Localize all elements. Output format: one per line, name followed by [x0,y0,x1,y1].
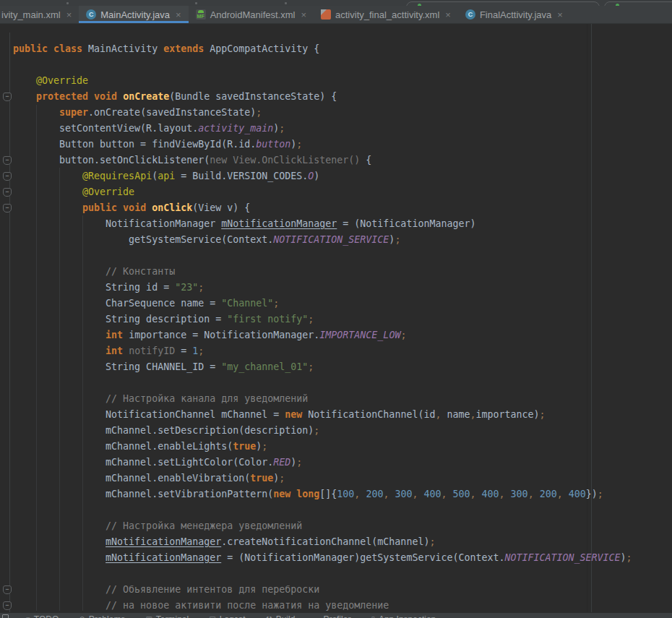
code-token: int [105,330,129,340]
code-line[interactable]: CharSequence name = "Channel"; [13,296,672,312]
code-token: true [233,441,256,452]
code-token: super [59,107,88,118]
tool-window-button-app-inspection[interactable]: ▯App Inspection [371,614,436,618]
code-token: ; [308,314,314,325]
close-icon[interactable]: × [557,9,563,20]
fold-marker[interactable]: − [3,585,12,594]
code-line[interactable]: mChannel.enableLights(true); [13,439,672,455]
code-line[interactable] [13,57,672,73]
toolbar-tick [66,2,69,4]
code-line[interactable]: // Обьявление интентов для переброски [13,582,672,598]
code-line[interactable]: String description = "first notify"; [13,312,672,327]
code-token [13,171,82,181]
code-line[interactable] [13,375,672,391]
code-token [13,330,105,340]
code-token: @Override [82,186,134,197]
tab-mainactivity-java[interactable]: CMainActivity.java× [79,6,188,23]
code-line[interactable]: @Override [13,184,672,200]
code-token: , [528,489,540,499]
tab-activity-final-acttivity-xml[interactable]: activity_final_acttivity.xml× [314,6,458,23]
code-token: notifyID [129,346,181,356]
code-token: { [366,155,371,166]
fold-marker[interactable]: − [3,204,12,213]
code-token [13,552,105,563]
profiler-icon: ◔ [315,614,319,618]
code-line[interactable]: int importance = NotificationManager.IMP… [13,327,672,343]
tool-window-label: Profiler [323,614,350,618]
code-line[interactable]: protected void onCreate(Bundle savedInst… [13,89,672,105]
code-line[interactable]: mChannel.setVibrationPattern(new long[]{… [13,486,672,502]
tool-window-button-build[interactable]: ⚒Build [266,614,296,618]
code-token: public class [13,43,88,54]
code-line[interactable] [13,502,672,518]
code-line[interactable]: mChannel.setLightColor(Color.RED); [13,455,672,471]
fold-marker[interactable]: − [3,188,12,197]
tool-window-button-problems[interactable]: ⊘Problems [79,614,125,618]
code-line[interactable]: getSystemService(Context.NOTIFICATION_SE… [13,232,672,248]
code-line[interactable]: int notifyID = 1; [13,343,672,359]
close-icon[interactable]: × [176,9,181,20]
code-line[interactable]: super.onCreate(savedInstanceState); [13,105,672,121]
tab-androidmanifest-xml[interactable]: AndroidManifest.xml× [189,6,314,23]
code-line[interactable] [13,248,672,264]
code-token: importance = NotificationManager. [129,330,319,340]
layout-xml-icon [321,9,331,20]
close-icon[interactable]: × [445,9,451,20]
code-area[interactable]: public class MainActivity extends AppCom… [13,41,672,612]
fold-marker[interactable]: − [3,172,12,181]
code-token: new long [273,489,319,499]
tab-label: activity_final_acttivity.xml [335,9,439,20]
tool-window-button-logcat[interactable]: ▤Logcat [209,614,245,618]
toolbar-tick [195,2,197,4]
code-line[interactable]: String CHANNEL_ID = "my_channel_01"; [13,359,672,375]
close-icon[interactable]: × [301,9,306,20]
code-line[interactable]: mNotificationManager = (NotificationMana… [13,550,672,566]
code-token: ) [621,552,626,563]
fold-marker[interactable]: − [3,93,12,101]
code-line[interactable]: // Константы [13,264,672,280]
code-line[interactable]: button.setOnClickListener(new View.OnCli… [13,153,672,168]
code-token: onCreate [123,91,169,102]
code-token: = Build.VERSION_CODES. [175,171,308,181]
tab-ivity-main-xml[interactable]: ivity_main.xml× [0,6,79,23]
code-token: ; [198,282,204,293]
code-line[interactable]: @RequiresApi(api = Build.VERSION_CODES.O… [13,168,672,184]
code-line[interactable]: setContentView(R.layout.activity_main); [13,121,672,137]
toolbar-tick [285,2,287,4]
code-token: int [105,346,129,356]
code-line[interactable]: mChannel.enableVibration(true); [13,471,672,486]
code-token: AppCompatActivity { [210,43,319,54]
tool-window-button-profiler[interactable]: ◔Profiler [315,614,350,618]
tool-window-button-todo[interactable]: ≡TODO [26,614,59,618]
code-token: button.setOnClickListener( [13,155,210,166]
close-icon[interactable]: × [66,9,72,20]
code-line[interactable]: mNotificationManager.createNotificationC… [13,534,672,550]
code-line[interactable]: public class MainActivity extends AppCom… [13,41,672,57]
code-token [13,186,82,197]
fold-marker[interactable]: − [3,601,12,610]
code-line[interactable]: // Настройка менеджера уведомлений [13,518,672,534]
code-line[interactable]: mChannel.setDescription(description); [13,423,672,439]
code-line[interactable]: public void onClick(View v) { [13,200,672,216]
code-token: , [412,489,423,499]
code-line[interactable]: String id = "23"; [13,280,672,296]
tool-windows-icon[interactable] [2,614,9,618]
code-line[interactable]: @Override [13,73,672,89]
code-line[interactable]: NotificationManager mNotificationManager… [13,216,672,232]
code-line[interactable]: // на новое активити после нажатия на ув… [13,598,672,612]
code-token: ; [198,346,204,356]
code-line[interactable]: NotificationChannel mChannel = new Notif… [13,407,672,423]
code-line[interactable]: Button button = findViewById(R.id.button… [13,137,672,153]
code-token: , [383,489,395,499]
code-line[interactable]: // Настройка канала для уведомлений [13,391,672,407]
code-token: CharSequence name = [13,298,221,309]
code-line[interactable] [13,566,672,582]
tab-finalacttivity-java[interactable]: CFinalActtivity.java× [458,6,570,23]
tool-window-button-terminal[interactable]: ▣Terminal [145,614,189,618]
editor[interactable]: −−−−−−− public class MainActivity extend… [0,24,672,612]
code-token: .createNotificationChannel(mChannel) [221,536,429,547]
code-token [13,107,59,118]
code-token: button [256,139,290,150]
fold-marker[interactable]: − [3,156,12,165]
tool-window-label: Problems [89,614,126,618]
